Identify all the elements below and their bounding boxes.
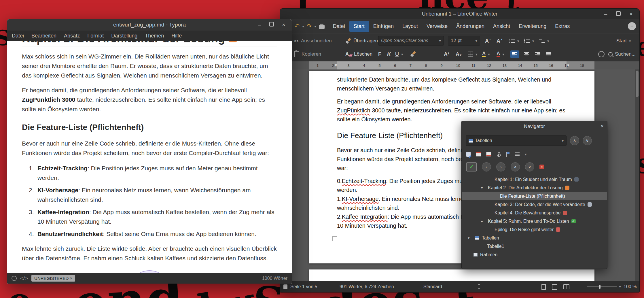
copy-button[interactable]: Kopieren [294, 49, 321, 59]
delete-icon[interactable]: × [539, 165, 544, 169]
highlight-color-button[interactable]: A ▾ [482, 49, 490, 59]
align-right-button[interactable] [535, 49, 540, 59]
undo-chevron-icon[interactable]: ▾ [302, 24, 304, 29]
maximize-button[interactable] [614, 11, 623, 17]
writer-document-area[interactable]: strukturierte Daten brauchte, um das kom… [280, 69, 639, 281]
writer-titlebar[interactable]: Unbenannt 1 – LibreOffice Writer – × [280, 9, 639, 19]
tree-item-tabelle1[interactable]: Tabelle1 [462, 242, 607, 250]
tree-item-kapitel-2[interactable]: ▾ Kapitel 2: Die Architektur der Lösung [462, 184, 607, 192]
minimize-button[interactable]: – [255, 22, 264, 28]
word-count-label[interactable]: 901 Wörter, 6.724 Zeichen [340, 281, 394, 292]
menu-datei[interactable]: Datei [8, 33, 28, 39]
set-reminder-icon[interactable] [506, 152, 510, 157]
tab-start[interactable]: Start [349, 21, 369, 32]
menu-themen[interactable]: Themen [141, 33, 168, 39]
tree-item-rahmen[interactable]: Rahmen [462, 250, 607, 259]
font-color-button[interactable]: A ▾ [497, 49, 504, 59]
bold-button[interactable]: F [378, 49, 381, 59]
close-button[interactable]: × [279, 22, 288, 28]
menu-darstellung[interactable]: Darstellung [107, 33, 141, 39]
page-count-label[interactable]: Seite 1 von 5 [290, 281, 317, 292]
drag-mode-icon[interactable] [515, 152, 520, 156]
menu-format[interactable]: Format [84, 33, 107, 39]
minimize-button[interactable]: – [601, 11, 610, 17]
decrease-font-button[interactable]: A▼ [497, 36, 503, 46]
multi-page-view-button[interactable] [552, 281, 557, 292]
navigate-by-combo[interactable]: Tabellen ▾ [466, 135, 567, 146]
horizontal-ruler[interactable]: 123456789101112131415161718 ▼ ▼ [280, 61, 639, 70]
clone-formatting-button[interactable]: Übertragen [345, 36, 378, 46]
toggle-master-view-icon[interactable] [466, 152, 471, 157]
menu-hilfe[interactable]: Hilfe [168, 33, 185, 39]
clear-formatting-button[interactable]: A Löschen [345, 49, 372, 59]
tree-item-kapitel-1[interactable]: Kapitel 1: Ein Student und sein Traum [462, 175, 607, 184]
numbered-list-button[interactable]: ▾ [524, 36, 534, 46]
bullet-list-button[interactable]: ▾ [509, 36, 519, 46]
back-button[interactable]: ‹ [482, 162, 491, 171]
tree-item-epilog[interactable]: Epilog: Die Reise geht weiter [462, 225, 607, 234]
align-justify-button[interactable] [545, 49, 551, 59]
tree-item-kapitel-5[interactable]: ▸ Kapitel 5: Ruhm, Ehre und To-Do Listen… [462, 217, 607, 225]
redo-icon[interactable]: ↷ [307, 23, 312, 29]
search-options-button[interactable] [598, 49, 605, 59]
tree-item-tabellen[interactable]: ▾ Tabellen [462, 234, 607, 242]
maximize-button[interactable] [267, 22, 276, 28]
typora-editor[interactable]: Kapitel 2: Die Architektur der Lösung Ma… [7, 41, 292, 273]
tab-extras[interactable]: Extras [551, 21, 574, 32]
tab-ansicht[interactable]: Ansicht [489, 21, 514, 32]
undo-icon[interactable]: ↶ [295, 23, 300, 29]
italic-button[interactable]: K [387, 49, 391, 59]
menu-absatz[interactable]: Absatz [60, 33, 84, 39]
cut-button[interactable]: ✂ Ausschneiden [294, 36, 332, 46]
single-page-view-button[interactable] [541, 281, 546, 292]
redo-chevron-icon[interactable]: ▾ [314, 24, 316, 29]
collapse-arrow-icon[interactable]: ▾ [481, 186, 488, 190]
zoom-out-button[interactable]: – [582, 281, 584, 292]
underline-button[interactable]: U ▾ [395, 49, 403, 59]
superscript-button[interactable]: A² [444, 49, 449, 59]
forward-button[interactable]: › [496, 162, 505, 171]
outline-toggle-icon[interactable] [12, 276, 17, 281]
content-navigation-view-toggle[interactable]: ✓ [466, 162, 477, 171]
collapse-arrow-icon[interactable]: ▾ [468, 236, 475, 240]
chevron-down-icon[interactable]: ▾ [525, 152, 527, 156]
typora-titlebar[interactable]: entwurf_zug_app.md - Typora – × [7, 19, 292, 31]
left-indent-marker-icon[interactable]: ▼ [334, 63, 338, 67]
tree-item-feature-liste[interactable]: Die Feature-Liste (Pflichtenheft) [462, 192, 607, 200]
right-indent-marker-icon[interactable]: ▼ [566, 63, 570, 67]
page-style-label[interactable]: Standard [423, 281, 442, 292]
book-view-button[interactable] [563, 281, 569, 292]
header-icon[interactable] [476, 152, 481, 156]
tree-item-kapitel-3[interactable]: Kapitel 3: Der Code, der die Welt veränd… [462, 200, 607, 209]
zoom-slider[interactable] [587, 281, 617, 292]
tab-verweise[interactable]: Verweise [422, 21, 452, 32]
zoom-slider-thumb[interactable] [599, 285, 601, 289]
footer-icon[interactable] [486, 152, 491, 156]
previous-element-button[interactable]: ∧ [570, 136, 579, 145]
expand-arrow-icon[interactable]: ▸ [481, 219, 488, 223]
increase-font-button[interactable]: A▲ [485, 36, 491, 46]
align-center-button[interactable] [524, 49, 529, 59]
zoom-in-button[interactable]: + [619, 281, 621, 292]
tab-einfuegen[interactable]: Einfügen [369, 21, 398, 32]
tab-datei[interactable]: Datei [329, 21, 349, 32]
font-name-combo[interactable]: Open Sans;Clear Sans ▾ [378, 36, 444, 46]
align-left-button[interactable] [510, 49, 519, 59]
close-button[interactable]: × [627, 11, 635, 17]
selection-mode-icon[interactable] [479, 281, 479, 292]
navigator-header[interactable]: Navigator × [462, 121, 607, 132]
subscript-button[interactable]: A₂ [456, 49, 462, 59]
print-icon[interactable] [319, 25, 325, 29]
document-page-2[interactable] [309, 269, 594, 281]
search-field[interactable]: Suchen... [608, 49, 636, 59]
tree-item-kapitel-4[interactable]: Kapitel 4: Die Bewährungsprobe [462, 209, 607, 217]
notebookbar-menu-button[interactable]: Start ▾ [616, 36, 631, 46]
scrollbar-thumb[interactable] [636, 71, 639, 97]
navigator-close-icon[interactable]: × [601, 123, 604, 129]
next-element-button[interactable]: ∨ [583, 136, 592, 145]
menubar-toggle-icon[interactable]: ≡ [628, 22, 636, 30]
zoom-level-label[interactable]: 100 % [624, 281, 637, 292]
tab-aenderungen[interactable]: Änderungen [452, 21, 489, 32]
tab-erweiterung[interactable]: Erweiterung [514, 21, 551, 32]
tab-layout[interactable]: Layout [398, 21, 422, 32]
